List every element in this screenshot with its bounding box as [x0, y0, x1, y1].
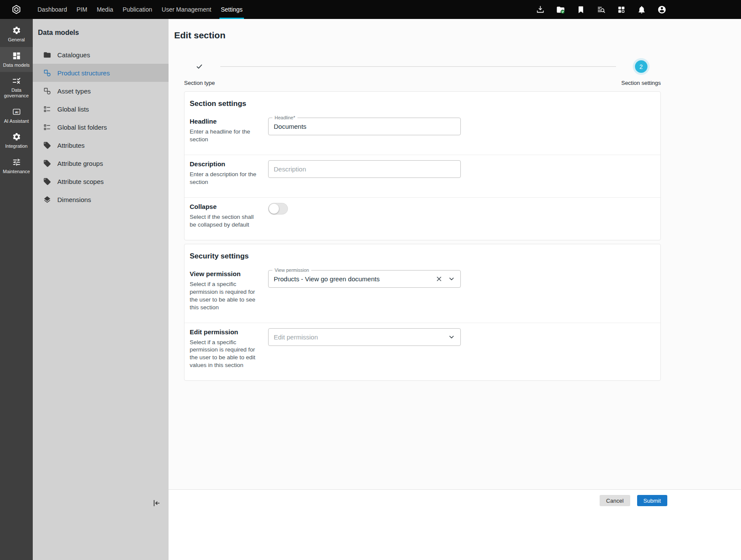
rail-item-data-governance[interactable]: Data governance — [0, 72, 33, 103]
notifications-icon[interactable] — [637, 5, 646, 14]
stepper-connector — [220, 66, 616, 67]
data-models-sidebar: Data models Catalogues Product structure… — [33, 19, 169, 560]
sidebar-item-label: Attribute groups — [57, 160, 103, 167]
tune-icon — [12, 158, 21, 167]
selected-permission: Products - View go green documents — [274, 275, 380, 283]
topbar: Dashboard PIM Media Publication User Man… — [0, 0, 741, 19]
sidebar-item-label: Global lists — [57, 106, 89, 113]
rail-label: General — [8, 37, 25, 43]
account-icon[interactable] — [657, 5, 666, 14]
field-helper: Enter a description for the section — [190, 171, 261, 186]
main-panel: Edit section Section type 2 Section sett… — [169, 19, 741, 560]
app-logo[interactable] — [0, 0, 33, 19]
edit-permission-select[interactable]: Edit permission — [268, 328, 461, 346]
step-complete-check-icon — [196, 60, 203, 73]
field-helper: Select if a specific permission is requi… — [190, 280, 261, 311]
rail-label: Data governance — [1, 87, 31, 98]
card-heading: Section settings — [190, 100, 655, 108]
nav-media[interactable]: Media — [92, 0, 118, 19]
tag-icon — [43, 177, 51, 186]
field-label: Collapse — [190, 203, 261, 210]
sidebar-item-product-structures[interactable]: Product structures — [33, 64, 169, 82]
data-models-icon — [12, 51, 21, 60]
rail-label: Data models — [3, 62, 30, 68]
list-icon — [43, 105, 51, 113]
tag-icon — [43, 141, 51, 149]
import-icon[interactable] — [536, 5, 545, 14]
rail-label: Integration — [5, 143, 28, 149]
field-helper: Select if the section shall be collapsed… — [190, 213, 261, 229]
description-input[interactable] — [274, 165, 455, 173]
cancel-button[interactable]: Cancel — [600, 495, 630, 506]
folder-icon — [43, 51, 51, 59]
rail-label: AI Assistant — [4, 118, 28, 124]
description-row: Description Enter a description for the … — [190, 155, 655, 197]
chevron-down-icon[interactable] — [448, 275, 455, 283]
nav-settings[interactable]: Settings — [216, 0, 247, 19]
clear-selection-icon[interactable] — [435, 275, 443, 283]
governance-icon — [12, 76, 21, 85]
sidebar-item-attribute-scopes[interactable]: Attribute scopes — [33, 172, 169, 190]
bookmark-icon[interactable] — [576, 5, 585, 14]
headline-row: Headline Enter a headline for the sectio… — [190, 112, 655, 155]
topbar-actions — [536, 5, 741, 14]
collapse-toggle[interactable] — [268, 203, 288, 215]
sidebar-item-catalogues[interactable]: Catalogues — [33, 46, 169, 64]
form-footer: Cancel Submit — [169, 489, 741, 560]
view-permission-row: View permission Select if a specific per… — [190, 265, 655, 323]
stepper: Section type 2 Section settings — [184, 60, 661, 86]
section-settings-card: Section settings Headline Enter a headli… — [184, 91, 661, 240]
logo-hexagon-icon — [11, 4, 22, 15]
apps-icon[interactable] — [617, 5, 626, 14]
structure-icon — [43, 69, 51, 77]
sidebar-item-label: Dimensions — [57, 196, 91, 203]
sidebar-item-global-list-folders[interactable]: Global list folders — [33, 118, 169, 136]
list-icon — [43, 123, 51, 131]
submit-button[interactable]: Submit — [637, 495, 667, 506]
sidebar-item-global-lists[interactable]: Global lists — [33, 100, 169, 118]
step-section-settings[interactable]: 2 Section settings — [621, 60, 661, 86]
nav-pim[interactable]: PIM — [72, 0, 92, 19]
search-document-icon[interactable] — [597, 5, 606, 14]
rail-item-integration[interactable]: Integration — [0, 128, 33, 153]
sidebar-item-label: Asset types — [57, 87, 91, 95]
step-number-badge: 2 — [635, 60, 647, 73]
rail-item-ai-assistant[interactable]: AI AI Assistant — [0, 103, 33, 128]
sidebar-item-dimensions[interactable]: Dimensions — [33, 190, 169, 208]
ai-icon: AI — [12, 107, 21, 116]
step-section-type[interactable]: Section type — [184, 60, 215, 86]
folder-check-icon[interactable] — [556, 5, 565, 14]
sidebar-item-attributes[interactable]: Attributes — [33, 136, 169, 154]
view-permission-select[interactable]: Products - View go green documents — [268, 270, 461, 288]
rail-item-general[interactable]: General — [0, 22, 33, 47]
sidebar-item-attribute-groups[interactable]: Attribute groups — [33, 154, 169, 172]
nav-user-management[interactable]: User Management — [157, 0, 216, 19]
sidebar-item-label: Catalogues — [57, 51, 90, 59]
rail-item-maintenance[interactable]: Maintenance — [0, 153, 33, 179]
svg-text:AI: AI — [15, 110, 18, 114]
collapse-sidebar-icon[interactable] — [152, 498, 161, 508]
icon-rail: General Data models Data governance AI A… — [0, 19, 33, 560]
toggle-thumb — [269, 204, 279, 214]
step-label: Section settings — [621, 80, 661, 86]
headline-input[interactable] — [274, 123, 455, 130]
field-label: Description — [190, 160, 261, 168]
step-label: Section type — [184, 80, 215, 86]
chevron-down-icon[interactable] — [448, 333, 455, 341]
field-label: Headline — [190, 118, 261, 125]
floating-label: View permission — [272, 268, 311, 273]
sidebar-title: Data models — [33, 19, 169, 46]
gear-icon — [12, 26, 21, 35]
structure-icon — [43, 87, 51, 95]
nav-publication[interactable]: Publication — [118, 0, 157, 19]
rail-item-data-models[interactable]: Data models — [0, 47, 33, 72]
security-settings-card: Security settings View permission Select… — [184, 244, 661, 381]
rail-label: Maintenance — [3, 169, 30, 174]
field-helper: Select if a specific permission is requi… — [190, 339, 261, 370]
sidebar-item-label: Product structures — [57, 69, 110, 77]
nav-dashboard[interactable]: Dashboard — [33, 0, 72, 19]
page-title: Edit section — [169, 19, 741, 40]
sidebar-item-label: Attribute scopes — [57, 178, 104, 185]
gear-icon — [12, 132, 21, 141]
sidebar-item-asset-types[interactable]: Asset types — [33, 82, 169, 100]
